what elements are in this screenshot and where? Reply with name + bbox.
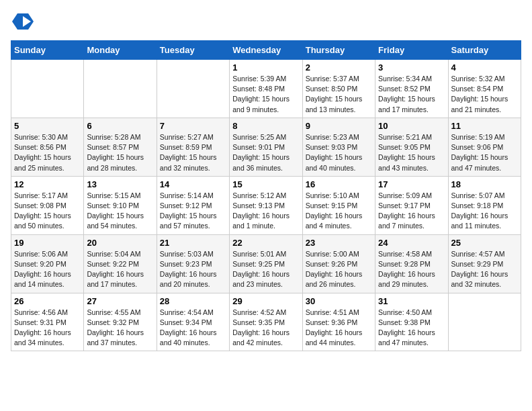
day-number: 14 — [160, 179, 226, 189]
day-number: 15 — [232, 179, 299, 189]
day-info: Sunrise: 5:39 AM Sunset: 8:48 PM Dayligh… — [232, 74, 299, 115]
weekday-header: Wednesday — [230, 41, 302, 60]
day-number: 4 — [451, 62, 518, 73]
day-number: 28 — [160, 296, 226, 306]
calendar-cell: 17Sunrise: 5:09 AM Sunset: 9:17 PM Dayli… — [375, 176, 448, 234]
day-number: 26 — [14, 296, 81, 306]
day-number: 19 — [14, 238, 81, 248]
logo — [11, 11, 34, 32]
day-info: Sunrise: 4:52 AM Sunset: 9:35 PM Dayligh… — [232, 308, 299, 349]
day-number: 25 — [451, 238, 518, 248]
calendar-cell: 6Sunrise: 5:28 AM Sunset: 8:57 PM Daylig… — [84, 118, 157, 176]
day-info: Sunrise: 5:34 AM Sunset: 8:52 PM Dayligh… — [378, 74, 445, 115]
day-number: 31 — [378, 296, 445, 306]
day-number: 22 — [232, 238, 299, 248]
day-number: 8 — [232, 121, 299, 131]
day-info: Sunrise: 4:57 AM Sunset: 9:29 PM Dayligh… — [451, 249, 518, 290]
calendar-cell: 4Sunrise: 5:32 AM Sunset: 8:54 PM Daylig… — [448, 60, 521, 118]
day-number: 30 — [306, 296, 372, 306]
calendar-cell: 29Sunrise: 4:52 AM Sunset: 9:35 PM Dayli… — [230, 293, 302, 351]
calendar-cell: 16Sunrise: 5:10 AM Sunset: 9:15 PM Dayli… — [302, 176, 375, 234]
day-info: Sunrise: 5:10 AM Sunset: 9:15 PM Dayligh… — [306, 191, 372, 232]
day-number: 12 — [14, 179, 81, 189]
calendar-cell: 21Sunrise: 5:03 AM Sunset: 9:23 PM Dayli… — [157, 234, 229, 293]
day-info: Sunrise: 5:15 AM Sunset: 9:10 PM Dayligh… — [87, 191, 153, 232]
calendar-cell: 7Sunrise: 5:27 AM Sunset: 8:59 PM Daylig… — [157, 118, 229, 176]
day-number: 18 — [451, 179, 518, 189]
calendar-cell — [157, 60, 229, 118]
day-info: Sunrise: 5:30 AM Sunset: 8:56 PM Dayligh… — [14, 132, 81, 173]
day-number: 27 — [87, 296, 153, 306]
day-number: 13 — [87, 179, 153, 189]
day-number: 17 — [378, 179, 445, 189]
calendar-cell: 13Sunrise: 5:15 AM Sunset: 9:10 PM Dayli… — [84, 176, 157, 234]
calendar-week-row: 26Sunrise: 4:56 AM Sunset: 9:31 PM Dayli… — [11, 293, 521, 351]
calendar-cell: 8Sunrise: 5:25 AM Sunset: 9:01 PM Daylig… — [230, 118, 302, 176]
day-info: Sunrise: 5:23 AM Sunset: 9:03 PM Dayligh… — [306, 132, 372, 173]
calendar-cell: 27Sunrise: 4:55 AM Sunset: 9:32 PM Dayli… — [84, 293, 157, 351]
day-info: Sunrise: 4:54 AM Sunset: 9:34 PM Dayligh… — [160, 308, 226, 349]
day-info: Sunrise: 5:19 AM Sunset: 9:06 PM Dayligh… — [451, 132, 518, 173]
calendar-cell: 14Sunrise: 5:14 AM Sunset: 9:12 PM Dayli… — [157, 176, 229, 234]
day-info: Sunrise: 4:55 AM Sunset: 9:32 PM Dayligh… — [87, 308, 153, 349]
calendar-cell: 28Sunrise: 4:54 AM Sunset: 9:34 PM Dayli… — [157, 293, 229, 351]
day-info: Sunrise: 5:04 AM Sunset: 9:22 PM Dayligh… — [87, 249, 153, 290]
day-info: Sunrise: 4:56 AM Sunset: 9:31 PM Dayligh… — [14, 308, 81, 349]
day-number: 29 — [232, 296, 299, 306]
weekday-header: Thursday — [302, 41, 375, 60]
day-number: 21 — [160, 238, 226, 248]
day-number: 5 — [14, 121, 81, 131]
day-number: 6 — [87, 121, 153, 131]
day-info: Sunrise: 5:03 AM Sunset: 9:23 PM Dayligh… — [160, 249, 226, 290]
day-info: Sunrise: 5:14 AM Sunset: 9:12 PM Dayligh… — [160, 191, 226, 232]
calendar-week-row: 1Sunrise: 5:39 AM Sunset: 8:48 PM Daylig… — [11, 60, 521, 118]
weekday-header: Friday — [375, 41, 448, 60]
day-info: Sunrise: 5:07 AM Sunset: 9:18 PM Dayligh… — [451, 191, 518, 232]
calendar-table: SundayMondayTuesdayWednesdayThursdayFrid… — [11, 40, 521, 351]
calendar-cell: 2Sunrise: 5:37 AM Sunset: 8:50 PM Daylig… — [302, 60, 375, 118]
calendar-cell: 24Sunrise: 4:58 AM Sunset: 9:28 PM Dayli… — [375, 234, 448, 293]
day-info: Sunrise: 4:51 AM Sunset: 9:36 PM Dayligh… — [306, 308, 372, 349]
day-number: 2 — [306, 62, 372, 73]
day-info: Sunrise: 5:01 AM Sunset: 9:25 PM Dayligh… — [232, 249, 299, 290]
day-info: Sunrise: 5:32 AM Sunset: 8:54 PM Dayligh… — [451, 74, 518, 115]
weekday-header: Tuesday — [157, 41, 229, 60]
calendar-cell: 31Sunrise: 4:50 AM Sunset: 9:38 PM Dayli… — [375, 293, 448, 351]
calendar-cell — [448, 293, 521, 351]
calendar-cell: 26Sunrise: 4:56 AM Sunset: 9:31 PM Dayli… — [11, 293, 84, 351]
day-info: Sunrise: 5:09 AM Sunset: 9:17 PM Dayligh… — [378, 191, 445, 232]
calendar-header-row: SundayMondayTuesdayWednesdayThursdayFrid… — [11, 41, 521, 60]
day-info: Sunrise: 5:37 AM Sunset: 8:50 PM Dayligh… — [306, 74, 372, 115]
calendar-cell: 5Sunrise: 5:30 AM Sunset: 8:56 PM Daylig… — [11, 118, 84, 176]
day-info: Sunrise: 5:06 AM Sunset: 9:20 PM Dayligh… — [14, 249, 81, 290]
day-number: 3 — [378, 62, 445, 73]
day-info: Sunrise: 5:00 AM Sunset: 9:26 PM Dayligh… — [306, 249, 372, 290]
calendar-cell: 23Sunrise: 5:00 AM Sunset: 9:26 PM Dayli… — [302, 234, 375, 293]
calendar-week-row: 12Sunrise: 5:17 AM Sunset: 9:08 PM Dayli… — [11, 176, 521, 234]
calendar-cell — [84, 60, 157, 118]
calendar-cell: 30Sunrise: 4:51 AM Sunset: 9:36 PM Dayli… — [302, 293, 375, 351]
day-number: 24 — [378, 238, 445, 248]
day-info: Sunrise: 5:27 AM Sunset: 8:59 PM Dayligh… — [160, 132, 226, 173]
logo-icon — [12, 11, 34, 32]
calendar-cell — [11, 60, 84, 118]
day-number: 1 — [232, 62, 299, 73]
day-number: 10 — [378, 121, 445, 131]
day-number: 16 — [306, 179, 372, 189]
weekday-header: Saturday — [448, 41, 521, 60]
calendar-cell: 12Sunrise: 5:17 AM Sunset: 9:08 PM Dayli… — [11, 176, 84, 234]
calendar-cell: 11Sunrise: 5:19 AM Sunset: 9:06 PM Dayli… — [448, 118, 521, 176]
day-number: 23 — [306, 238, 372, 248]
calendar-cell: 9Sunrise: 5:23 AM Sunset: 9:03 PM Daylig… — [302, 118, 375, 176]
day-info: Sunrise: 5:25 AM Sunset: 9:01 PM Dayligh… — [232, 132, 299, 173]
day-number: 7 — [160, 121, 226, 131]
day-number: 9 — [306, 121, 372, 131]
page-header — [11, 11, 521, 32]
day-info: Sunrise: 5:12 AM Sunset: 9:13 PM Dayligh… — [232, 191, 299, 232]
calendar-cell: 25Sunrise: 4:57 AM Sunset: 9:29 PM Dayli… — [448, 234, 521, 293]
calendar-cell: 22Sunrise: 5:01 AM Sunset: 9:25 PM Dayli… — [230, 234, 302, 293]
weekday-header: Monday — [84, 41, 157, 60]
calendar-cell: 18Sunrise: 5:07 AM Sunset: 9:18 PM Dayli… — [448, 176, 521, 234]
calendar-cell: 1Sunrise: 5:39 AM Sunset: 8:48 PM Daylig… — [230, 60, 302, 118]
day-number: 11 — [451, 121, 518, 131]
